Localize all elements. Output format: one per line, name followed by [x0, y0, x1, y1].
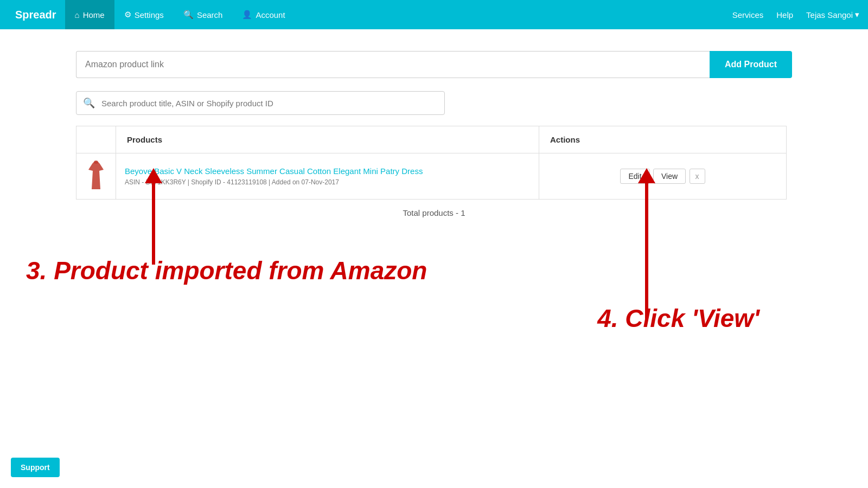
th-actions: Actions	[539, 126, 787, 153]
nav-search-label: Search	[197, 10, 223, 20]
edit-button[interactable]: Edit	[620, 169, 649, 184]
chevron-down-icon: ▾	[855, 10, 859, 20]
product-actions-cell: Edit View x	[539, 153, 787, 200]
annotation-text-4: 4. Click 'View'	[597, 304, 760, 333]
product-search-bar: 🔍	[76, 91, 445, 115]
search-bar-icon: 🔍	[76, 97, 101, 109]
nav-account-label: Account	[256, 10, 285, 20]
nav-help[interactable]: Help	[776, 10, 793, 20]
search-icon: 🔍	[183, 10, 194, 20]
nav-home-label: Home	[83, 10, 105, 20]
nav-account[interactable]: 👤 Account	[232, 0, 295, 29]
annotation-text-3: 3. Product imported from Amazon	[26, 256, 427, 285]
navbar-right: Services Help Tejas Sangoi ▾	[732, 10, 859, 20]
navbar: Spreadr ⌂ Home ⚙ Settings 🔍 Search 👤 Acc…	[0, 0, 868, 29]
product-link-bar: Add Product	[76, 51, 792, 78]
product-title-link[interactable]: Beyove Basic V Neck Sleeveless Summer Ca…	[125, 166, 423, 176]
table-row: Beyove Basic V Neck Sleeveless Summer Ca…	[76, 153, 787, 200]
add-product-button[interactable]: Add Product	[710, 51, 792, 78]
main-content: Add Product 🔍 Products Actions	[0, 29, 868, 217]
support-button[interactable]: Support	[11, 458, 60, 477]
nav-home[interactable]: ⌂ Home	[65, 0, 114, 29]
settings-icon: ⚙	[124, 10, 131, 20]
nav-services[interactable]: Services	[732, 10, 764, 20]
user-menu[interactable]: Tejas Sangoi ▾	[806, 10, 859, 20]
product-image-cell	[76, 153, 116, 200]
th-image	[76, 126, 116, 153]
user-icon: 👤	[242, 10, 252, 20]
brand-logo[interactable]: Spreadr	[9, 9, 63, 21]
home-icon: ⌂	[75, 10, 80, 20]
amazon-product-link-input[interactable]	[76, 51, 710, 78]
products-table: Products Actions Beyove Basic V Neck Sle…	[76, 126, 787, 200]
nav-settings[interactable]: ⚙ Settings	[114, 0, 174, 29]
th-products: Products	[116, 126, 539, 153]
product-info-cell: Beyove Basic V Neck Sleeveless Summer Ca…	[116, 153, 539, 200]
nav-settings-label: Settings	[135, 10, 164, 20]
svg-point-0	[94, 160, 98, 164]
search-input[interactable]	[101, 99, 444, 108]
nav-search[interactable]: 🔍 Search	[174, 0, 233, 29]
delete-button[interactable]: x	[690, 169, 705, 184]
product-image	[85, 160, 107, 190]
product-meta: ASIN - B071KK3R6Y | Shopify ID - 4112311…	[125, 178, 530, 186]
view-button[interactable]: View	[653, 169, 686, 184]
user-name-label: Tejas Sangoi	[806, 10, 853, 20]
total-products: Total products - 1	[76, 208, 792, 217]
